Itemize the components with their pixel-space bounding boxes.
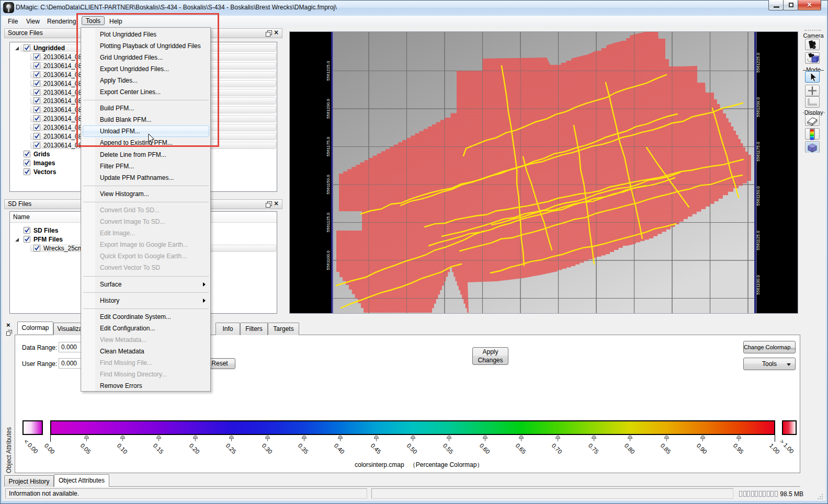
svg-text:5561125.0: 5561125.0	[756, 231, 761, 250]
svg-text:5561100.0: 5561100.0	[326, 250, 331, 270]
svg-text:5561150.0: 5561150.0	[756, 186, 761, 206]
svg-text:5561125.0: 5561125.0	[326, 212, 331, 232]
svg-text:5561175.0: 5561175.0	[326, 136, 331, 156]
svg-text:5561200.0: 5561200.0	[326, 99, 331, 119]
svg-text:5561150.0: 5561150.0	[326, 175, 331, 194]
svg-text:5561175.0: 5561175.0	[756, 142, 761, 162]
svg-text:5561100.0: 5561100.0	[756, 275, 761, 295]
svg-text:5561200.0: 5561200.0	[756, 97, 761, 117]
svg-text:5561225.0: 5561225.0	[756, 53, 761, 73]
svg-text:5561225.0: 5561225.0	[326, 61, 331, 81]
